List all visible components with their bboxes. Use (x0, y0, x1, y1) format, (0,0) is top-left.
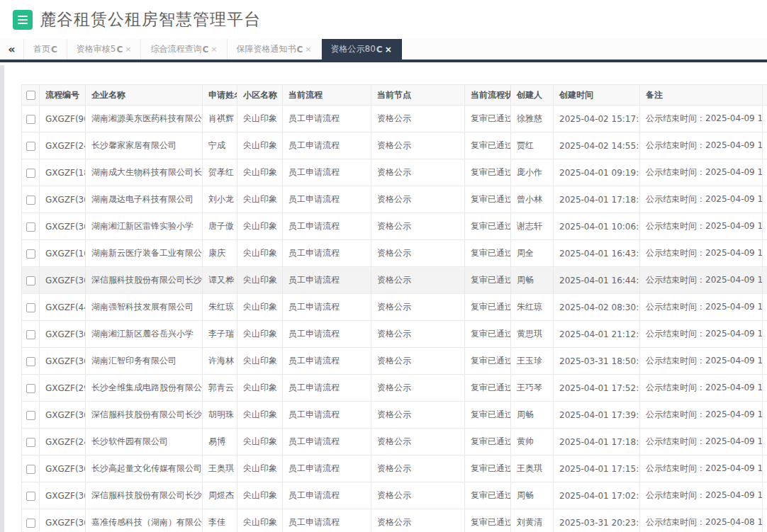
close-tab-icon[interactable]: × (385, 45, 392, 55)
cell-community: 尖山印象 (237, 509, 283, 532)
cell-applicant: 宁成 (203, 132, 237, 159)
cell-community: 尖山印象 (237, 402, 283, 429)
cell-creator: 王奥琪 (511, 455, 554, 482)
refresh-tab-icon[interactable]: C (376, 45, 383, 55)
close-tab-icon[interactable]: × (305, 45, 311, 54)
table-row[interactable]: GXGZF(10247)湖南新云医疗装备工业有限公司康庆尖山印象员工申请流程资格… (22, 240, 767, 267)
cell-community: 尖山印象 (237, 482, 283, 509)
table-row[interactable]: GXGZF(30296)湖南汇智印务有限公司许海林尖山印象员工申请流程资格公示复… (22, 348, 767, 375)
cell-company: 湖南湘江新区麓谷岳兴小学 (86, 321, 203, 348)
cell-creator: 周畅 (511, 482, 554, 509)
table-row[interactable]: GXGZF(30314)湖南湘江新区雷锋实验小学唐子傲尖山印象员工申请流程资格公… (22, 213, 767, 240)
column-header-status: 当前流程状态 (465, 85, 511, 106)
cell-creator: 周畅 (511, 402, 554, 429)
cell-remark: 公示结束时间：2025-04-09 11:07:40 (640, 375, 763, 402)
cell-spacer (763, 294, 767, 321)
row-checkbox[interactable] (26, 222, 35, 232)
refresh-tab-icon[interactable]: C (202, 45, 208, 55)
table-row[interactable]: GXGZF(1838)湖南成大生物科技有限公司长沙分公司贺孝红尖山印象员工申请流… (22, 159, 767, 186)
cell-process: 员工申请流程 (283, 375, 371, 402)
row-checkbox-cell (22, 402, 40, 429)
table-row[interactable]: GXGZF(29790)长沙全维集成电路股份有限公司郭青云尖山印象员工申请流程资… (22, 375, 767, 402)
cell-flow-id: GXGZF(30296) (40, 348, 86, 375)
row-checkbox[interactable] (26, 411, 35, 420)
cell-company: 湖南成大生物科技有限公司长沙分公司 (86, 159, 203, 186)
cell-process: 员工申请流程 (283, 240, 371, 267)
cell-status: 复审已通过 (465, 321, 511, 348)
cell-process: 员工申请流程 (283, 106, 371, 132)
cell-process: 员工申请流程 (283, 132, 371, 159)
cell-created-at: 2025-04-01 17:18:59 (554, 186, 640, 213)
row-checkbox[interactable] (26, 384, 35, 393)
row-checkbox[interactable] (26, 330, 35, 339)
close-tab-icon[interactable]: × (125, 45, 131, 54)
table-row[interactable]: GXGZF(30301)嘉准传感科技（湖南）有限公司李佳尖山印象员工申请流程资格… (22, 509, 767, 532)
collapse-tabs-icon[interactable]: « (0, 39, 24, 60)
cell-status: 复审已通过 (465, 267, 511, 294)
table-row[interactable]: GXGZF(30254)深信服科技股份有限公司长沙分公司谭又桦尖山印象员工申请流… (22, 267, 767, 294)
cell-flow-id: GXGZF(2465) (40, 429, 86, 455)
row-checkbox[interactable] (26, 357, 35, 366)
tab-0[interactable]: 首页C (24, 39, 67, 60)
cell-creator: 朱红琼 (511, 294, 554, 321)
table-row[interactable]: GXGZF(24667)长沙馨家家居有限公司宁成尖山印象员工申请流程资格公示复审… (22, 132, 767, 159)
cell-flow-id: GXGZF(24667) (40, 132, 86, 159)
table-row[interactable]: GXGZF(30302)深信服科技股份有限公司长沙分公司胡明珠尖山印象员工申请流… (22, 402, 767, 429)
table-row[interactable]: GXGZF(30335)湖南湘江新区麓谷岳兴小学李子瑞尖山印象员工申请流程资格公… (22, 321, 767, 348)
cell-flow-id: GXGZF(30254) (40, 267, 86, 294)
cell-node: 资格公示 (371, 132, 465, 159)
row-checkbox[interactable] (26, 276, 35, 285)
column-header-node: 当前节点 (371, 85, 465, 106)
hamburger-menu-icon[interactable] (13, 10, 33, 30)
row-checkbox-cell (22, 509, 40, 532)
row-checkbox-cell (22, 186, 40, 213)
cell-community: 尖山印象 (237, 294, 283, 321)
row-checkbox[interactable] (26, 196, 35, 205)
cell-community: 尖山印象 (237, 240, 283, 267)
refresh-tab-icon[interactable]: C (297, 45, 303, 55)
table-row[interactable]: GXGZF(30330)湖南晟达电子科技有限公司刘小龙尖山印象员工申请流程资格公… (22, 186, 767, 213)
table-row[interactable]: GXGZF(30293)深信服科技股份有限公司长沙分公司周煜杰尖山印象员工申请流… (22, 482, 767, 509)
row-checkbox-cell (22, 429, 40, 455)
tab-2[interactable]: 综合流程查询C× (141, 39, 227, 60)
cell-status: 复审已通过 (465, 159, 511, 186)
row-checkbox[interactable] (26, 438, 35, 447)
close-tab-icon[interactable]: × (211, 45, 217, 54)
cell-company: 湖南汇智印务有限公司 (86, 348, 203, 375)
cell-community: 尖山印象 (237, 429, 283, 455)
cell-creator: 周畅 (511, 267, 554, 294)
table-row[interactable]: GXGZF(9085)湖南湘源美东医药科技有限公司肖祺辉尖山印象员工申请流程资格… (22, 106, 767, 132)
cell-node: 资格公示 (371, 213, 465, 240)
refresh-tab-icon[interactable]: C (116, 45, 123, 55)
cell-company: 湖南晟达电子科技有限公司 (86, 186, 203, 213)
refresh-tab-icon[interactable]: C (51, 45, 57, 55)
row-checkbox[interactable] (26, 249, 35, 259)
cell-company: 湖南湘源美东医药科技有限公司 (86, 106, 203, 132)
select-all-checkbox[interactable] (26, 91, 35, 100)
table-row[interactable]: GXGZF(2465)长沙软件园有限公司易博尖山印象员工申请流程资格公示复审已通… (22, 429, 767, 455)
row-checkbox[interactable] (26, 142, 35, 151)
row-checkbox[interactable] (26, 115, 35, 124)
cell-process: 员工申请流程 (283, 509, 371, 532)
row-checkbox[interactable] (26, 519, 35, 528)
cell-company: 湖南湘江新区雷锋实验小学 (86, 213, 203, 240)
tab-1[interactable]: 资格审核5C× (67, 39, 142, 60)
cell-process: 员工申请流程 (283, 213, 371, 240)
cell-status: 复审已通过 (465, 375, 511, 402)
row-checkbox[interactable] (26, 169, 35, 178)
cell-created-at: 2025-03-31 20:23:04 (554, 509, 640, 532)
cell-process: 员工申请流程 (283, 159, 371, 186)
cell-community: 尖山印象 (237, 159, 283, 186)
table-row[interactable]: GXGZF(30329)长沙高起量文化传媒有限公司王奥琪尖山印象员工申请流程资格… (22, 455, 767, 482)
table-row[interactable]: GXGZF(4404)湖南强智科技发展有限公司朱红琼尖山印象员工申请流程资格公示… (22, 294, 767, 321)
cell-spacer (763, 159, 767, 186)
cell-spacer (763, 482, 767, 509)
row-checkbox[interactable] (26, 303, 35, 312)
tab-3[interactable]: 保障资格通知书C× (228, 39, 322, 60)
row-checkbox[interactable] (26, 492, 35, 501)
row-checkbox-cell (22, 455, 40, 482)
row-checkbox[interactable] (26, 465, 35, 474)
left-edge-strip (0, 65, 4, 532)
row-checkbox-cell (22, 321, 40, 348)
tab-4[interactable]: 资格公示80C× (322, 39, 402, 60)
